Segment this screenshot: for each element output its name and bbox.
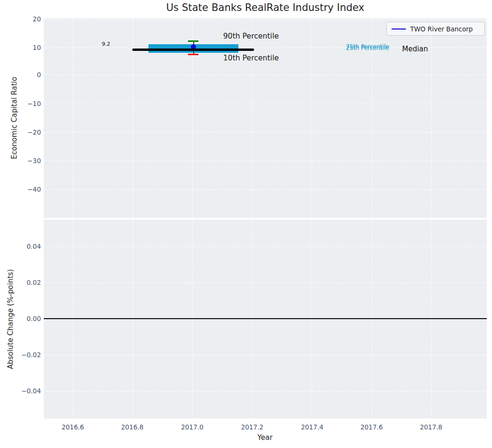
- figure: Us State Banks RealRate Industry Index: [0, 0, 492, 448]
- gridline: [252, 220, 253, 419]
- legend-line-sample: [392, 29, 406, 29]
- axes-bottom-absolute-change: [44, 220, 487, 419]
- ytick-label: 20: [8, 15, 41, 23]
- gridline: [73, 18, 73, 218]
- xtick-label: 2017.6: [355, 423, 388, 431]
- legend-label: TWO River Bancorp: [410, 25, 473, 33]
- gridline: [312, 220, 312, 419]
- gridline: [73, 220, 73, 419]
- legend: TWO River Bancorp: [386, 22, 485, 36]
- percentile-90-cap: [188, 40, 198, 42]
- gridline: [44, 161, 487, 161]
- gridline: [252, 18, 253, 218]
- gridline: [192, 220, 193, 419]
- xtick-label: 2017.2: [236, 423, 269, 431]
- gridline: [372, 220, 372, 419]
- gridline: [133, 18, 133, 218]
- gridline: [431, 18, 432, 218]
- percentile-25-label: 25th Percentile: [346, 45, 389, 51]
- ytick-label: −0.04: [8, 387, 41, 395]
- percentile-10-label: 10th Percentile: [223, 54, 279, 62]
- ylabel-absolute-change: Absolute Change (%-points): [6, 269, 15, 369]
- median-line: [132, 49, 254, 51]
- gridline: [44, 391, 487, 391]
- gridline: [44, 132, 487, 133]
- gridline: [133, 220, 133, 419]
- percentile-90-label: 90th Percentile: [223, 32, 279, 40]
- xtick-label: 2016.6: [56, 423, 89, 431]
- xtick-label: 2017.8: [414, 423, 448, 431]
- zero-change-line: [44, 318, 487, 319]
- gridline: [431, 220, 432, 419]
- ytick-label: −40: [8, 185, 41, 193]
- gridline: [44, 282, 487, 283]
- xlabel-year: Year: [257, 433, 273, 442]
- xtick-label: 2017.0: [176, 423, 209, 431]
- chart-title: Us State Banks RealRate Industry Index: [44, 2, 487, 13]
- ylabel-economic-capital-ratio: Economic Capital Ratio: [10, 77, 19, 159]
- gridline: [44, 246, 487, 247]
- gridline: [44, 75, 487, 75]
- xtick-label: 2016.8: [116, 423, 149, 431]
- percentile-10-cap: [188, 54, 198, 55]
- gridline: [44, 104, 487, 104]
- median-value-label: 9.2: [102, 41, 110, 47]
- gridline: [44, 19, 487, 19]
- gridline: [312, 18, 312, 218]
- median-label: Median: [402, 45, 428, 53]
- ytick-label: 10: [8, 44, 41, 51]
- xtick-label: 2017.4: [295, 423, 329, 431]
- gridline: [44, 189, 487, 190]
- gridline: [44, 355, 487, 355]
- ytick-label: 0.04: [8, 243, 41, 250]
